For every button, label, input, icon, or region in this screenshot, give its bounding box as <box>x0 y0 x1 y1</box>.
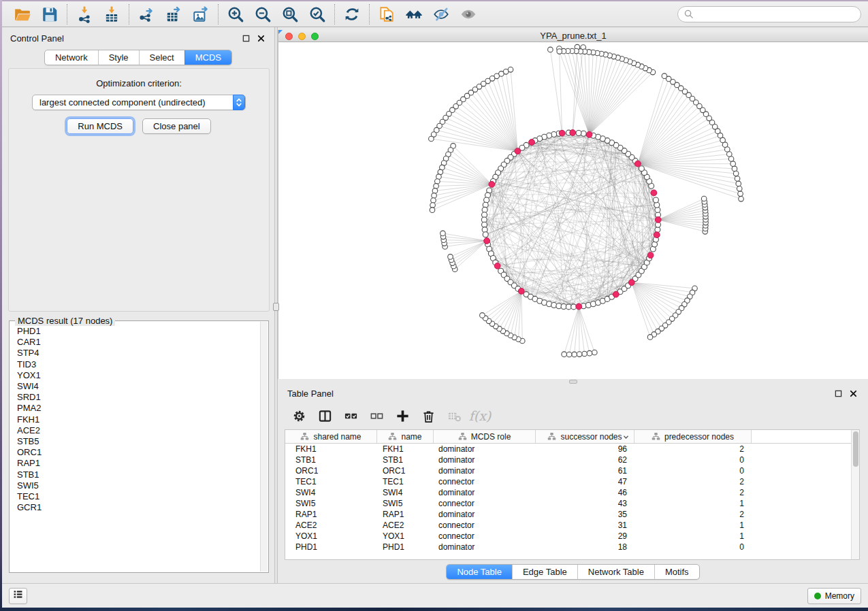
network-mcds-node[interactable] <box>576 303 582 310</box>
network-mcds-node[interactable] <box>559 130 565 136</box>
search-input[interactable] <box>677 6 861 22</box>
network-node[interactable] <box>654 202 660 208</box>
network-mcds-node[interactable] <box>570 130 576 136</box>
task-history-button[interactable] <box>9 588 27 604</box>
tab-network-table[interactable]: Network Table <box>577 565 654 579</box>
table-row[interactable]: ORC1ORC1dominator610 <box>285 465 859 476</box>
network-node[interactable] <box>662 73 667 79</box>
network-node[interactable] <box>735 176 740 182</box>
network-node[interactable] <box>548 47 553 52</box>
network-mcds-node[interactable] <box>529 139 535 146</box>
table-toolbar-select-all-button[interactable] <box>339 406 362 426</box>
tab-style[interactable]: Style <box>98 50 139 65</box>
network-node[interactable] <box>566 304 571 310</box>
vertical-splitter[interactable] <box>274 27 278 583</box>
toolbar-open-file-button[interactable] <box>9 3 36 26</box>
close-panel-icon[interactable] <box>848 388 858 399</box>
toolbar-import-network-button[interactable] <box>71 3 98 26</box>
criterion-select[interactable]: largest connected component (undirected) <box>32 95 246 110</box>
mcds-result-item[interactable]: GCR1 <box>17 502 259 513</box>
mcds-result-item[interactable]: TEC1 <box>17 491 259 502</box>
mcds-result-scrollbar[interactable] <box>260 322 268 572</box>
toolbar-show-all-button[interactable] <box>455 3 482 26</box>
table-row[interactable]: SWI5SWI5connector431 <box>285 498 859 509</box>
tab-network[interactable]: Network <box>45 50 98 65</box>
toolbar-first-neighbors-button[interactable] <box>400 3 428 26</box>
mcds-result-item[interactable]: SWI5 <box>17 480 259 491</box>
network-node[interactable] <box>726 152 732 157</box>
network-node[interactable] <box>592 350 598 355</box>
close-panel-icon[interactable] <box>255 33 266 44</box>
column-header-predecessor-nodes[interactable]: predecessor nodes <box>634 430 752 443</box>
network-node[interactable] <box>576 131 581 136</box>
mcds-result-item[interactable]: YOX1 <box>17 370 259 381</box>
network-node[interactable] <box>701 196 707 201</box>
network-mcds-node[interactable] <box>647 252 654 259</box>
network-node[interactable] <box>582 351 588 357</box>
network-node[interactable] <box>737 186 742 192</box>
network-node[interactable] <box>733 171 739 176</box>
toolbar-hide-selected-button[interactable] <box>428 3 455 26</box>
tab-motifs[interactable]: Motifs <box>654 565 699 579</box>
toolbar-import-table-button[interactable] <box>98 3 125 26</box>
table-row[interactable]: STB1STB1dominator620 <box>285 455 859 465</box>
network-mcds-node[interactable] <box>651 190 657 196</box>
table-toolbar-add-row-button[interactable] <box>391 406 414 426</box>
splitter-grip[interactable] <box>569 380 577 384</box>
memory-button[interactable]: Memory <box>807 588 861 604</box>
mcds-result-item[interactable]: STB5 <box>17 436 259 447</box>
column-header-mcds-role[interactable]: MCDS role <box>434 430 536 443</box>
network-graph[interactable] <box>278 42 868 379</box>
splitter-grip[interactable] <box>273 303 279 311</box>
network-node[interactable] <box>572 352 577 357</box>
mcds-result-item[interactable]: SWI4 <box>17 381 259 392</box>
table-row[interactable]: TEC1TEC1connector472 <box>285 476 859 487</box>
network-mcds-node[interactable] <box>586 131 592 137</box>
toolbar-zoom-in-button[interactable] <box>222 3 249 26</box>
toolbar-export-image-button[interactable] <box>187 3 214 26</box>
mcds-result-item[interactable]: RAP1 <box>17 458 259 469</box>
toolbar-new-network-from-selection-button[interactable] <box>373 3 400 26</box>
network-node[interactable] <box>736 181 741 186</box>
network-mcds-node[interactable] <box>484 238 490 244</box>
network-node[interactable] <box>551 303 557 308</box>
tab-edge-table[interactable]: Edge Table <box>512 565 577 579</box>
minimize-window-icon[interactable] <box>298 33 306 40</box>
scrollbar-thumb[interactable] <box>853 431 858 467</box>
network-mcds-node[interactable] <box>489 182 495 188</box>
table-row[interactable]: YOX1YOX1connector291 <box>285 531 859 542</box>
mcds-result-item[interactable]: PMA2 <box>17 403 259 414</box>
table-row[interactable]: ACE2ACE2connector311 <box>285 520 859 531</box>
network-node[interactable] <box>480 313 485 318</box>
network-node[interactable] <box>430 203 436 208</box>
network-node[interactable] <box>483 232 488 237</box>
run-mcds-button[interactable]: Run MCDS <box>67 118 133 134</box>
network-node[interactable] <box>432 193 437 199</box>
column-header-shared-name[interactable]: shared name <box>285 430 377 443</box>
toolbar-zoom-fit-button[interactable] <box>276 3 304 26</box>
column-header-successor-nodes[interactable]: successor nodes <box>536 430 634 443</box>
mcds-result-item[interactable]: FKH1 <box>17 414 259 425</box>
network-node[interactable] <box>653 197 658 203</box>
tab-mcds[interactable]: MCDS <box>184 50 231 65</box>
table-toolbar-delete-row-button[interactable] <box>417 406 440 426</box>
network-node[interactable] <box>739 197 744 202</box>
mcds-result-item[interactable]: ORC1 <box>17 447 259 458</box>
network-node[interactable] <box>732 166 737 171</box>
network-node[interactable] <box>434 184 439 189</box>
table-row[interactable]: PHD1PHD1dominator180 <box>285 542 859 552</box>
tab-select[interactable]: Select <box>139 50 184 65</box>
network-mcds-node[interactable] <box>613 291 619 297</box>
table-row[interactable]: RAP1RAP1dominator352 <box>285 509 859 520</box>
table-toolbar-deselect-all-button[interactable] <box>365 406 388 426</box>
network-mcds-node[interactable] <box>518 288 524 295</box>
mcds-result-item[interactable]: PHD1 <box>17 326 259 337</box>
toolbar-save-session-button[interactable] <box>36 3 63 26</box>
network-mcds-node[interactable] <box>494 263 500 269</box>
close-panel-button[interactable]: Close panel <box>142 118 211 134</box>
network-node[interactable] <box>431 198 436 203</box>
table-toolbar-toggle-column-button[interactable] <box>313 406 336 426</box>
toolbar-export-table-button[interactable] <box>160 3 187 26</box>
network-node[interactable] <box>647 335 653 340</box>
toolbar-refresh-layout-button[interactable] <box>338 3 366 26</box>
